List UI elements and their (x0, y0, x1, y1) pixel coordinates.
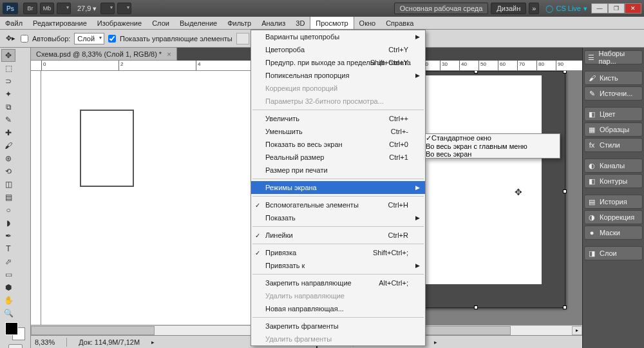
menu-item[interactable]: УвеличитьCtrl++ (251, 112, 425, 125)
tool-path[interactable]: ⬀ (1, 255, 15, 268)
panel-button[interactable]: ◧Контуры (584, 174, 643, 188)
panel-button[interactable]: ▦Образцы (584, 122, 643, 137)
menu-item[interactable]: Показать▶ (251, 211, 425, 224)
close-icon[interactable]: × (167, 50, 171, 58)
menu-help[interactable]: Справка (381, 17, 419, 29)
panel-button[interactable]: ▤История (584, 195, 643, 209)
tool-blur[interactable]: ○ (1, 204, 15, 217)
menu-item: Удалить фрагменты (251, 333, 425, 345)
menu-item[interactable]: Закрепить направляющиеAlt+Ctrl+; (251, 276, 425, 289)
panel-label: Стили (600, 141, 620, 149)
menu-file[interactable]: Файл (0, 17, 28, 29)
tool-wand[interactable]: ✦ (1, 88, 15, 101)
window-minimize-button[interactable]: — (591, 3, 608, 14)
tool-type[interactable]: T (1, 242, 15, 255)
arrange-dropdown[interactable] (117, 3, 131, 14)
submenu-item[interactable]: Во весь экран (426, 150, 560, 158)
tool-gradient[interactable]: ▤ (1, 191, 15, 204)
tool-brush[interactable]: 🖌 (1, 139, 15, 152)
doc1-docinfo[interactable]: Док: 114,9M/7,12M (79, 338, 140, 346)
menu-item[interactable]: Закрепить фрагменты (251, 320, 425, 333)
panel-button[interactable]: ◨Слои (584, 246, 643, 260)
menu-item[interactable]: ✓Вспомогательные элементыCtrl+H (251, 198, 425, 211)
menu-item[interactable]: Варианты цветопробы▶ (251, 30, 425, 43)
menu-filter[interactable]: Фильтр (222, 17, 256, 29)
align-icon-1[interactable] (236, 33, 249, 44)
tool-eraser[interactable]: ◫ (1, 178, 15, 191)
doc1-zoom[interactable]: 8,33% (35, 338, 55, 346)
menu-3d[interactable]: 3D (290, 17, 310, 29)
menu-item: Параметры 32-битного просмотра... (251, 95, 425, 108)
menu-item[interactable]: УменьшитьCtrl+- (251, 125, 425, 138)
menu-item[interactable]: Попиксельная пропорция▶ (251, 69, 425, 82)
view-dropdown[interactable] (100, 3, 115, 14)
menu-item[interactable]: ЦветопробаCtrl+Y (251, 43, 425, 56)
tool-eyedropper[interactable]: ✎ (1, 113, 15, 126)
showcontrols-label: Показать управляющие элементы (120, 35, 232, 43)
submenu-item[interactable]: Во весь экран с главным меню (426, 142, 560, 150)
showcontrols-checkbox[interactable] (108, 35, 116, 43)
tool-move[interactable]: ✥ (1, 49, 15, 62)
menu-item[interactable]: Показать во весь экранCtrl+0 (251, 138, 425, 151)
tool-crop[interactable]: ⧉ (1, 101, 15, 113)
menu-view[interactable]: Просмотр (310, 17, 354, 29)
panel-button[interactable]: fxСтили (584, 138, 643, 152)
screen-modes-submenu: ✓Стандартное окноВо весь экран с главным… (425, 133, 560, 159)
menu-layer[interactable]: Слои (147, 17, 175, 29)
menu-item[interactable]: Реальный размерCtrl+1 (251, 151, 425, 164)
workspace-essentials-button[interactable]: Основная рабочая среда (394, 3, 489, 14)
panel-button[interactable]: ✎Источни... (584, 86, 643, 101)
scroll-right-icon[interactable]: ▸ (572, 326, 582, 335)
tool-lasso[interactable]: ⊃ (1, 75, 15, 88)
menu-item: Коррекция пропорций (251, 82, 425, 95)
menu-item[interactable]: ✓ПривязкаShift+Ctrl+; (251, 246, 425, 259)
color-swatch[interactable] (5, 322, 25, 340)
autoselect-combo[interactable]: Слой (74, 33, 104, 44)
tool-zoom[interactable]: 🔍 (1, 307, 15, 320)
doc1-ruler-v[interactable] (31, 71, 41, 325)
tool-pen[interactable]: ✒ (1, 229, 15, 242)
tool-shape[interactable]: ▭ (1, 268, 15, 281)
tool-hand[interactable]: ✋ (1, 294, 15, 307)
window-close-button[interactable]: ✕ (625, 3, 641, 14)
submenu-item[interactable]: ✓Стандартное окно (426, 134, 560, 142)
panel-button[interactable]: ☰Наборы пар... (584, 50, 643, 64)
menu-item[interactable]: Новая направляющая... (251, 302, 425, 315)
menu-analysis[interactable]: Анализ (256, 17, 290, 29)
quickmask-button[interactable] (8, 344, 23, 348)
panel-button[interactable]: ●Маски (584, 226, 643, 240)
tool-dodge[interactable]: ◗ (1, 217, 15, 229)
layout-dropdown[interactable] (57, 3, 71, 14)
menu-item[interactable]: Предупр. при выходе за пределы цв. охват… (251, 56, 425, 69)
menu-select[interactable]: Выделение (175, 17, 222, 29)
panel-button[interactable]: ◐Каналы (584, 159, 643, 173)
cslive-button[interactable]: ◯CS Live ▾ (545, 5, 587, 13)
menu-item[interactable]: Режимы экрана▶ (251, 181, 425, 194)
workspace-design-button[interactable]: Дизайн (491, 3, 526, 14)
menu-item[interactable]: Размер при печати (251, 164, 425, 177)
workspace-more-button[interactable]: » (529, 3, 539, 14)
bridge-button[interactable]: Br (23, 3, 37, 14)
tool-3d[interactable]: ⬢ (1, 281, 15, 294)
autoselect-checkbox[interactable] (21, 35, 28, 43)
zoom-readout[interactable]: 27,9 ▾ (77, 5, 97, 13)
menu-item[interactable]: Привязать к▶ (251, 259, 425, 272)
tool-stamp[interactable]: ⊛ (1, 152, 15, 165)
doc1-tab[interactable]: Схема.psd @ 8,33% (Слой 1, RGB/8) * × (31, 48, 177, 61)
fg-color-icon (5, 322, 18, 335)
menu-item[interactable]: ✓ЛинейкиCtrl+R (251, 229, 425, 242)
window-restore-button[interactable]: ❐ (608, 3, 625, 14)
tool-history[interactable]: ⟲ (1, 165, 15, 178)
panel-button[interactable]: 🖌Кисть (584, 71, 643, 85)
menu-window[interactable]: Окно (354, 17, 381, 29)
menubar: Файл Редактирование Изображение Слои Выд… (0, 17, 644, 30)
menu-image[interactable]: Изображение (92, 17, 147, 29)
panel-button[interactable]: ◧Цвет (584, 107, 643, 121)
panel-icon: ◧ (587, 177, 596, 186)
panel-icon: ▤ (587, 197, 596, 206)
menu-edit[interactable]: Редактирование (28, 17, 92, 29)
minibridge-button[interactable]: Mb (40, 3, 54, 14)
tool-healing[interactable]: ✚ (1, 126, 15, 139)
tool-marquee[interactable]: ⬚ (1, 62, 15, 75)
panel-button[interactable]: ◑Коррекция (584, 210, 643, 224)
